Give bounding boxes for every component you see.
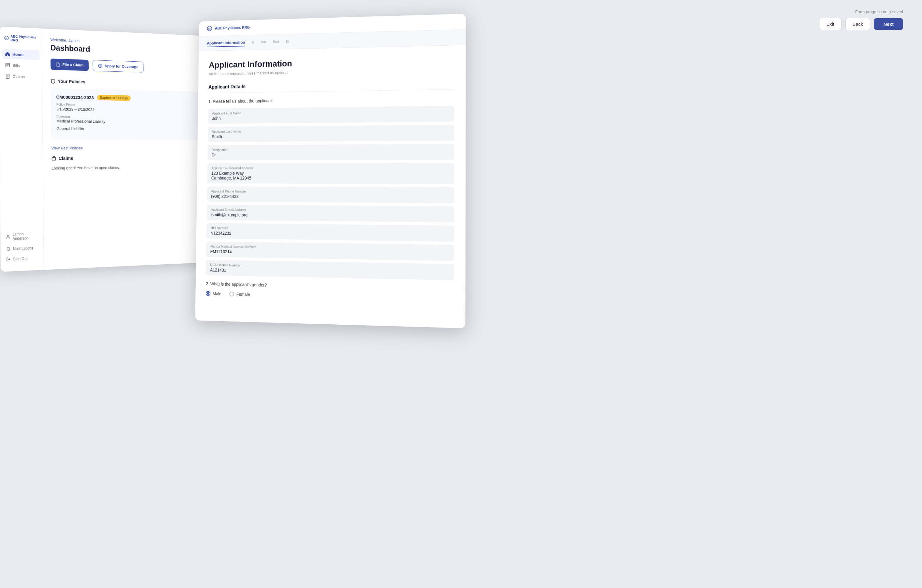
auto-saved-label: Form progress auto-saved bbox=[855, 10, 903, 14]
next-button[interactable]: Next bbox=[874, 18, 903, 30]
field-designation-label: Designation bbox=[212, 147, 450, 152]
question-2: 2. What is the applicant's gender? bbox=[206, 281, 454, 292]
applicant-form-body: Applicant Information All fields are req… bbox=[195, 45, 466, 328]
shield-icon bbox=[51, 78, 56, 83]
gender-female-label: Female bbox=[236, 292, 250, 297]
form-section-title: Applicant Details bbox=[209, 80, 454, 93]
field-address-value: 123 Example Way Cambridge, MA 12345 bbox=[211, 171, 450, 181]
policy-badge: Expires in 16 Days bbox=[97, 95, 131, 101]
bills-icon bbox=[5, 63, 10, 68]
sidebar-claims-label: Claims bbox=[13, 74, 25, 79]
policy-card: CM00001234-2023 Expires in 16 Days Polic… bbox=[51, 88, 210, 140]
question-1: 1. Please tell us about the applicant: bbox=[208, 96, 454, 104]
sidebar-item-bills[interactable]: Bills bbox=[2, 60, 39, 71]
sidebar-logo: Rx ABC Physicians RRG bbox=[0, 34, 42, 50]
bell-icon bbox=[6, 247, 10, 252]
svg-point-9 bbox=[7, 235, 9, 237]
gender-options: Male Female bbox=[206, 291, 454, 302]
field-designation[interactable]: Designation Dr. bbox=[208, 144, 454, 160]
apply-coverage-button[interactable]: Apply for Coverage bbox=[93, 60, 144, 73]
field-npi[interactable]: NPI Number N12342232 bbox=[206, 223, 454, 242]
sidebar-bills-label: Bills bbox=[13, 63, 20, 68]
gender-male-label: Male bbox=[213, 291, 221, 296]
exit-button[interactable]: Exit bbox=[819, 18, 842, 30]
field-phone-value: (908) 221-4433 bbox=[211, 194, 450, 200]
top-controls: Form progress auto-saved Exit Back Next bbox=[819, 10, 903, 30]
logo-text: ABC Physicians RRG bbox=[10, 34, 37, 43]
step-5[interactable]: ts bbox=[286, 38, 289, 45]
claims-empty-message: Looking good! You have no open claims. bbox=[52, 165, 211, 170]
field-email[interactable]: Applicant E-mail Address jsmith@example.… bbox=[207, 205, 454, 222]
sidebar: Rx ABC Physicians RRG Home Bills Claims … bbox=[0, 27, 44, 272]
claims-section-header: Claims bbox=[51, 155, 211, 161]
field-last-name-value: Smith bbox=[212, 133, 450, 139]
dashboard-actions: File a Claim Apply for Coverage bbox=[50, 59, 208, 75]
back-button[interactable]: Back bbox=[845, 18, 870, 30]
sidebar-item-notifications[interactable]: Notifications bbox=[3, 243, 41, 254]
step-applicant-info[interactable]: Applicant Information bbox=[207, 39, 245, 47]
sidebar-item-claims[interactable]: Claims bbox=[2, 71, 40, 82]
claims-section: Claims Looking good! You have no open cl… bbox=[51, 155, 211, 170]
applicant-info-card: Rx ABC Physicians RRG Applicant Informat… bbox=[195, 14, 466, 328]
field-email-value: jsmith@example.org bbox=[211, 212, 450, 219]
file-icon bbox=[56, 62, 60, 67]
sidebar-nav: Home Bills Claims bbox=[0, 49, 43, 230]
field-designation-value: Dr. bbox=[212, 152, 450, 157]
coverage-value1: Medical Professional Liability bbox=[56, 119, 205, 124]
sidebar-bottom: James Anderson Notifications Sign Out bbox=[0, 229, 43, 264]
briefcase-icon bbox=[51, 156, 56, 161]
view-past-policies-link[interactable]: View Past Policies bbox=[51, 146, 83, 150]
sidebar-item-user[interactable]: James Anderson bbox=[3, 229, 41, 243]
svg-text:Rx: Rx bbox=[208, 28, 211, 30]
field-phone-label: Applicant Phone Number bbox=[211, 189, 450, 194]
policies-section-header: Your Policies bbox=[51, 78, 209, 87]
coverage-value2: General Liability bbox=[57, 126, 205, 132]
sidebar-item-signout[interactable]: Sign Out bbox=[3, 253, 41, 264]
field-address-label: Applicant Residential Address bbox=[211, 166, 450, 170]
step-4[interactable]: tion bbox=[273, 38, 279, 46]
signout-icon bbox=[6, 257, 11, 262]
plus-circle-icon bbox=[98, 64, 102, 68]
signout-label: Sign Out bbox=[13, 256, 28, 261]
field-dea-license[interactable]: DEA License Number A121431 bbox=[206, 260, 454, 280]
radio-female-circle bbox=[229, 292, 234, 297]
step-2[interactable]: e bbox=[252, 39, 254, 46]
field-first-name[interactable]: Applicant First Name John bbox=[208, 106, 454, 124]
dashboard-card: Rx ABC Physicians RRG Home Bills Claims … bbox=[0, 27, 221, 272]
gender-female[interactable]: Female bbox=[229, 292, 250, 297]
sidebar-item-home[interactable]: Home bbox=[2, 49, 39, 60]
field-last-name[interactable]: Applicant Last Name Smith bbox=[208, 125, 454, 142]
policy-header: CM00001234-2023 Expires in 16 Days bbox=[56, 94, 204, 102]
radio-male-circle bbox=[206, 291, 211, 296]
field-phone[interactable]: Applicant Phone Number (908) 221-4433 bbox=[207, 186, 454, 203]
sidebar-home-label: Home bbox=[13, 52, 24, 57]
claims-icon bbox=[5, 74, 10, 78]
app-logo-icon: Rx bbox=[207, 26, 212, 31]
app-logo-text: ABC Physicians RRG bbox=[215, 26, 250, 31]
user-name-label: James Anderson bbox=[13, 231, 38, 241]
abc-logo-icon: Rx bbox=[5, 35, 9, 41]
dashboard-main: Welcome, James Dashboard File a Claim Ap… bbox=[42, 29, 221, 270]
navigation-buttons: Exit Back Next bbox=[819, 18, 903, 30]
file-claim-button[interactable]: File a Claim bbox=[50, 59, 89, 71]
gender-male[interactable]: Male bbox=[206, 291, 221, 296]
user-icon bbox=[6, 234, 10, 239]
svg-text:Rx: Rx bbox=[5, 38, 7, 39]
field-address[interactable]: Applicant Residential Address 123 Exampl… bbox=[207, 163, 454, 184]
policy-id: CM00001234-2023 bbox=[56, 94, 94, 100]
home-icon bbox=[5, 52, 10, 57]
svg-rect-13 bbox=[52, 157, 56, 160]
svg-rect-2 bbox=[6, 63, 10, 67]
field-fl-license[interactable]: Florida Medical License Number FM1213214 bbox=[206, 241, 454, 261]
step-3[interactable]: ion bbox=[261, 38, 266, 46]
notifications-label: Notifications bbox=[13, 246, 33, 252]
